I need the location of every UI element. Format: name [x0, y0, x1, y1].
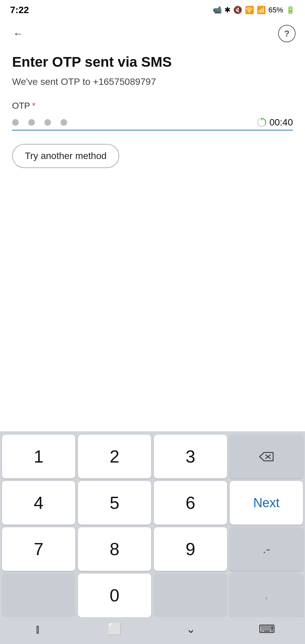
comma-key[interactable]: , [230, 574, 303, 617]
key-empty-right [154, 574, 227, 617]
otp-dot-2 [28, 119, 35, 126]
back-button[interactable]: ← [9, 25, 27, 42]
battery-text: 65% [268, 6, 283, 14]
subtitle: We've sent OTP to +16575089797 [12, 76, 293, 87]
bluetooth-icon: ✱ [224, 6, 230, 14]
help-button[interactable]: ? [278, 25, 296, 42]
timer-text: 00:40 [269, 117, 293, 128]
back-arrow-icon: ← [13, 28, 24, 40]
page-title: Enter OTP sent via SMS [12, 54, 293, 70]
otp-dot-1 [12, 119, 19, 126]
period-dash-key[interactable]: .- [230, 527, 303, 571]
key-empty-left [2, 574, 75, 617]
timer-icon [257, 117, 267, 127]
key-7[interactable]: 7 [2, 527, 75, 571]
key-0[interactable]: 0 [78, 574, 151, 617]
otp-underline [12, 130, 293, 130]
timer-wrap: 00:40 [257, 117, 293, 128]
nav-down-button[interactable]: ⌄ [177, 619, 204, 639]
otp-dot-4 [60, 119, 67, 126]
key-9[interactable]: 9 [154, 527, 227, 571]
status-time: 7:22 [10, 5, 29, 15]
nav-bar: ⫿ ⬜ ⌄ ⌨ [0, 617, 305, 644]
camera-icon: 📹 [213, 6, 222, 14]
status-icons: 📹 ✱ 🔇 🛜 📶 65% 🔋 [213, 6, 295, 14]
key-3[interactable]: 3 [154, 435, 227, 478]
nav-down-icon: ⌄ [186, 622, 195, 636]
required-marker: * [32, 101, 35, 111]
nav-home-button[interactable]: ⬜ [101, 619, 128, 639]
help-icon: ? [284, 29, 290, 39]
otp-dot-3 [44, 119, 51, 126]
backspace-key[interactable] [230, 435, 303, 478]
app-bar: ← ? [0, 20, 305, 47]
nav-keyboard-button[interactable]: ⌨ [254, 619, 280, 639]
key-1[interactable]: 1 [2, 435, 75, 478]
next-key[interactable]: Next [230, 481, 303, 525]
mute-icon: 🔇 [233, 6, 242, 14]
try-another-method-button[interactable]: Try another method [12, 144, 119, 168]
wifi-icon: 🛜 [245, 6, 254, 14]
otp-input-row: 00:40 [12, 117, 293, 128]
nav-back-icon: ⫿ [35, 623, 41, 636]
otp-label: OTP * [12, 101, 293, 111]
otp-label-text: OTP [12, 101, 30, 111]
otp-dots [12, 119, 67, 126]
keyboard: 1 2 3 4 5 6 Next 7 8 9 .- 0 , [0, 431, 305, 617]
keyboard-grid: 1 2 3 4 5 6 Next 7 8 9 .- 0 , [2, 435, 303, 617]
nav-keyboard-icon: ⌨ [259, 622, 275, 636]
key-5[interactable]: 5 [78, 481, 151, 525]
key-4[interactable]: 4 [2, 481, 75, 525]
content-area: Enter OTP sent via SMS We've sent OTP to… [0, 47, 305, 168]
nav-back-button[interactable]: ⫿ [25, 619, 52, 639]
nav-home-icon: ⬜ [107, 622, 122, 636]
key-6[interactable]: 6 [154, 481, 227, 525]
status-bar: 7:22 📹 ✱ 🔇 🛜 📶 65% 🔋 [0, 0, 305, 20]
signal-icon: 📶 [257, 6, 266, 14]
battery-icon: 🔋 [286, 6, 295, 14]
key-8[interactable]: 8 [78, 527, 151, 571]
backspace-icon [258, 451, 275, 463]
key-2[interactable]: 2 [78, 435, 151, 478]
